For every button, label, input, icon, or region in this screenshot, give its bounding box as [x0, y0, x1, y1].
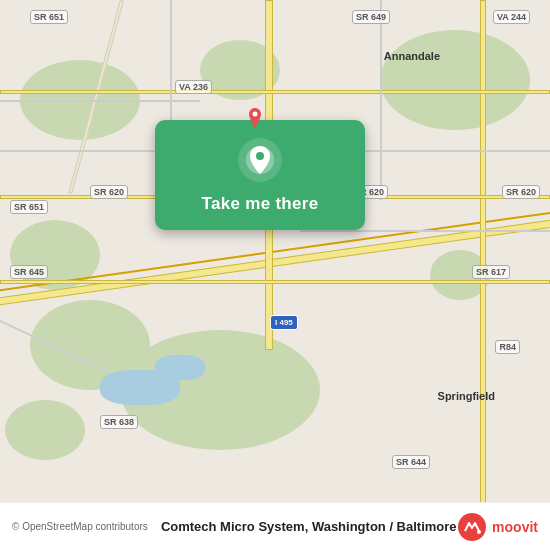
take-me-there-button[interactable]: Take me there [202, 194, 319, 214]
bottom-bar: © OpenStreetMap contributors Comtech Mic… [0, 502, 550, 550]
water-area [155, 355, 205, 380]
road-h1 [0, 90, 550, 94]
road-label-va236: VA 236 [175, 80, 212, 94]
road-label-sr617: SR 617 [472, 265, 510, 279]
road-label-va244: VA 244 [493, 10, 530, 24]
road-label-sr620-3: SR 620 [502, 185, 540, 199]
green-area [5, 400, 85, 460]
road-label-sr651-1: SR 651 [30, 10, 68, 24]
moovit-logo-icon [457, 512, 487, 542]
road-label-sr644: SR 644 [392, 455, 430, 469]
location-pin-icon [247, 108, 263, 128]
svg-point-5 [477, 530, 481, 534]
moovit-logo: moovit [457, 512, 538, 542]
svg-point-0 [253, 112, 258, 117]
road-label-sr649: SR 649 [352, 10, 390, 24]
card-pin-icon [238, 138, 282, 182]
city-label-springfield: Springfield [438, 390, 495, 402]
road-label-r84: R84 [495, 340, 520, 354]
copyright-text: © OpenStreetMap contributors [12, 521, 160, 532]
svg-point-3 [256, 152, 264, 160]
road-h3 [0, 280, 550, 284]
moovit-label: moovit [492, 519, 538, 535]
road-label-sr645: SR 645 [10, 265, 48, 279]
road-label-sr638: SR 638 [100, 415, 138, 429]
road-label-i495: I 495 [270, 315, 298, 330]
minor-road-3 [300, 230, 550, 232]
location-name: Comtech Micro System, Washington / Balti… [160, 519, 457, 534]
green-area [380, 30, 530, 130]
map-pin-marker [247, 108, 263, 132]
road-label-sr620-1: SR 620 [90, 185, 128, 199]
map-card: Take me there [155, 120, 365, 230]
city-label-annandale: Annandale [384, 50, 440, 62]
map-container: Annandale Springfield SR 651 SR 649 VA 2… [0, 0, 550, 550]
minor-road-v2 [380, 0, 382, 200]
road-label-sr651-2: SR 651 [10, 200, 48, 214]
